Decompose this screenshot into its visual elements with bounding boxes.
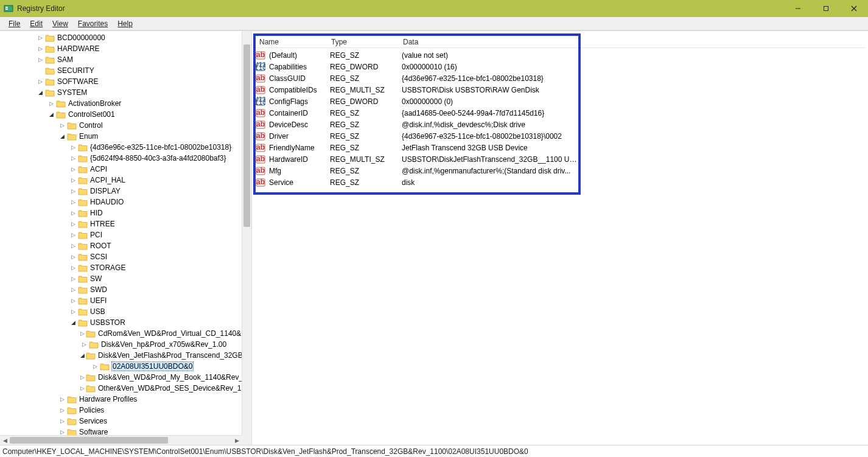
tree-item[interactable]: ▷Disk&Ven_WD&Prod_My_Book_1140&Rev_101: [0, 372, 242, 383]
tree-item[interactable]: ▷CdRom&Ven_WD&Prod_Virtual_CD_1140&Rev: [0, 328, 242, 339]
expander-closed-icon[interactable]: ▷: [58, 417, 66, 425]
expander-closed-icon[interactable]: ▷: [69, 166, 77, 173]
tree-item[interactable]: ▷SOFTWARE: [0, 76, 242, 87]
value-row[interactable]: 011110CapabilitiesREG_DWORD0x00000010 (1…: [256, 61, 866, 72]
value-row[interactable]: ab(Default)REG_SZ(value not set): [256, 49, 866, 61]
tree-item[interactable]: ▷Policies: [0, 405, 242, 416]
expander-closed-icon[interactable]: ▷: [69, 253, 77, 260]
tree-item[interactable]: ▷STORAGE: [0, 262, 242, 273]
tree-item[interactable]: ◢ControlSet001: [0, 109, 242, 120]
tree-item[interactable]: SECURITY: [0, 65, 242, 76]
expander-closed-icon[interactable]: ▷: [69, 209, 77, 217]
expander-closed-icon[interactable]: ▷: [58, 122, 66, 129]
tree-vertical-scrollbar[interactable]: [242, 31, 251, 435]
value-row[interactable]: abDriverREG_SZ{4d36e967-e325-11ce-bfc1-0…: [256, 130, 866, 142]
tree-item[interactable]: ▷USB: [0, 306, 242, 317]
minimize-button[interactable]: [784, 0, 812, 17]
tree-item[interactable]: ▷02A08UI351UU0BDO&0: [0, 361, 242, 372]
tree-item[interactable]: ▷Services: [0, 416, 242, 427]
menu-help[interactable]: Help: [113, 18, 138, 29]
expander-closed-icon[interactable]: ▷: [69, 187, 77, 195]
tree-item[interactable]: ▷Disk&Ven_hp&Prod_x705w&Rev_1.00: [0, 339, 242, 350]
tree-item[interactable]: ▷Other&Ven_WD&Prod_SES_Device&Rev_1019: [0, 383, 242, 394]
value-row[interactable]: abServiceREG_SZdisk: [256, 176, 866, 188]
expander-closed-icon[interactable]: ▷: [69, 231, 77, 239]
tree-item[interactable]: ▷HARDWARE: [0, 43, 242, 54]
expander-closed-icon[interactable]: ▷: [69, 155, 77, 162]
menu-file[interactable]: File: [4, 18, 25, 29]
scroll-right-icon[interactable]: ▶: [232, 436, 242, 445]
menu-view[interactable]: View: [47, 18, 73, 29]
value-row[interactable]: abCompatibleIDsREG_MULTI_SZUSBSTOR\Disk …: [256, 84, 866, 96]
tree-item[interactable]: ◢USBSTOR: [0, 317, 242, 328]
scrollbar-thumb[interactable]: [243, 44, 250, 227]
expander-closed-icon[interactable]: ▷: [58, 396, 66, 403]
expander-closed-icon[interactable]: ▷: [80, 374, 85, 381]
value-row[interactable]: abContainerIDREG_SZ{aad14685-0ee0-5244-9…: [256, 107, 866, 119]
values-header-row[interactable]: Name Type Data: [256, 36, 866, 48]
values-list[interactable]: ab(Default)REG_SZ(value not set)011110Ca…: [256, 49, 866, 445]
tree-item[interactable]: ▷ActivationBroker: [0, 98, 242, 109]
tree-item[interactable]: ▷Control: [0, 120, 242, 131]
tree-item[interactable]: ▷Software: [0, 427, 242, 435]
value-row[interactable]: abFriendlyNameREG_SZJetFlash Transcend 3…: [256, 142, 866, 153]
tree-item[interactable]: ▷SWD: [0, 284, 242, 295]
tree-item[interactable]: ▷DISPLAY: [0, 186, 242, 197]
tree-item[interactable]: ◢SYSTEM: [0, 87, 242, 98]
expander-closed-icon[interactable]: ▷: [69, 176, 77, 184]
value-row[interactable]: abClassGUIDREG_SZ{4d36e967-e325-11ce-bfc…: [256, 72, 866, 84]
tree-item[interactable]: ▷ACPI: [0, 164, 242, 175]
expander-closed-icon[interactable]: ▷: [69, 275, 77, 282]
registry-tree[interactable]: ▷BCD00000000▷HARDWARE▷SAMSECURITY▷SOFTWA…: [0, 31, 242, 435]
expander-closed-icon[interactable]: ▷: [69, 264, 77, 271]
tree-item[interactable]: ▷HID: [0, 208, 242, 218]
expander-closed-icon[interactable]: ▷: [58, 428, 66, 435]
tree-item[interactable]: ▷SAM: [0, 54, 242, 65]
expander-open-icon[interactable]: ◢: [58, 133, 66, 140]
tree-horizontal-scrollbar[interactable]: ◀ ▶: [0, 435, 242, 445]
expander-closed-icon[interactable]: ▷: [69, 144, 77, 151]
scrollbar-thumb[interactable]: [10, 437, 168, 444]
menu-favorites[interactable]: Favorites: [73, 18, 113, 29]
column-header-type[interactable]: Type: [327, 38, 399, 46]
expander-closed-icon[interactable]: ▷: [37, 45, 44, 52]
expander-open-icon[interactable]: ◢: [47, 111, 55, 118]
expander-closed-icon[interactable]: ▷: [91, 363, 99, 370]
tree-item[interactable]: ▷{4d36e96c-e325-11ce-bfc1-08002be10318}: [0, 142, 242, 153]
tree-item[interactable]: ▷ROOT: [0, 240, 242, 251]
expander-closed-icon[interactable]: ▷: [37, 78, 44, 85]
tree-item[interactable]: ▷BCD00000000: [0, 32, 242, 43]
expander-open-icon[interactable]: ◢: [37, 89, 44, 96]
expander-closed-icon[interactable]: ▷: [69, 242, 77, 249]
close-button[interactable]: [840, 0, 868, 17]
expander-closed-icon[interactable]: ▷: [37, 56, 44, 63]
tree-item[interactable]: ▷PCI: [0, 229, 242, 240]
value-row[interactable]: abHardwareIDREG_MULTI_SZUSBSTOR\DiskJetF…: [256, 153, 866, 165]
tree-item[interactable]: ▷SCSI: [0, 251, 242, 262]
value-row[interactable]: abDeviceDescREG_SZ@disk.inf,%disk_devdes…: [256, 119, 866, 130]
expander-closed-icon[interactable]: ▷: [69, 286, 77, 293]
tree-item[interactable]: ▷SW: [0, 273, 242, 284]
tree-item[interactable]: ▷HTREE: [0, 218, 242, 229]
expander-closed-icon[interactable]: ▷: [47, 100, 55, 107]
expander-closed-icon[interactable]: ▷: [80, 341, 88, 348]
tree-item[interactable]: ▷{5d624f94-8850-40c3-a3fa-a4fd2080baf3}: [0, 153, 242, 164]
expander-closed-icon[interactable]: ▷: [80, 330, 85, 337]
value-row[interactable]: 011110ConfigFlagsREG_DWORD0x00000000 (0): [256, 96, 866, 107]
expander-open-icon[interactable]: ◢: [80, 352, 85, 359]
tree-item[interactable]: ◢Disk&Ven_JetFlash&Prod_Transcend_32GB&R…: [0, 350, 242, 361]
expander-closed-icon[interactable]: ▷: [69, 308, 77, 315]
expander-closed-icon[interactable]: ▷: [69, 297, 77, 304]
tree-item[interactable]: ◢Enum: [0, 131, 242, 142]
expander-closed-icon[interactable]: ▷: [37, 34, 44, 41]
tree-item[interactable]: ▷Hardware Profiles: [0, 394, 242, 405]
menu-edit[interactable]: Edit: [25, 18, 47, 29]
tree-item[interactable]: ▷UEFI: [0, 295, 242, 306]
expander-closed-icon[interactable]: ▷: [69, 198, 77, 206]
column-header-name[interactable]: Name: [256, 38, 327, 46]
tree-item[interactable]: ▷HDAUDIO: [0, 197, 242, 208]
tree-item[interactable]: ▷ACPI_HAL: [0, 175, 242, 186]
maximize-button[interactable]: [812, 0, 840, 17]
expander-open-icon[interactable]: ◢: [69, 319, 77, 326]
expander-closed-icon[interactable]: ▷: [58, 406, 66, 414]
